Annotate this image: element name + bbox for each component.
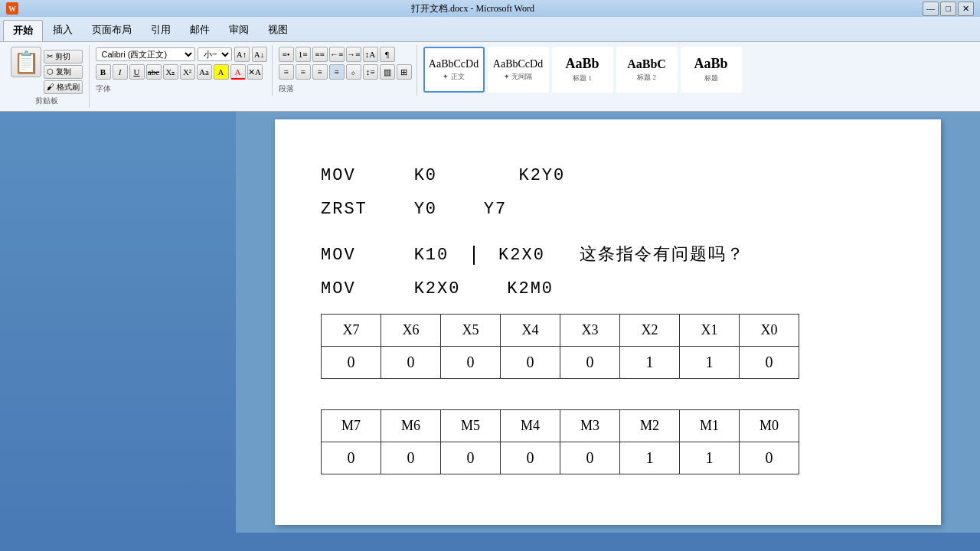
increase-indent-button[interactable]: →≡	[346, 47, 361, 62]
align-center-button[interactable]: ≡	[296, 64, 311, 80]
strikethrough-button[interactable]: abc	[146, 64, 162, 80]
x-val-2: 1	[620, 347, 680, 379]
style-heading2[interactable]: AaBbC 标题 2	[616, 47, 678, 93]
x-table-header-row: X7 X6 X5 X4 X3 X2 X1 X0	[322, 315, 799, 347]
x-header-4: X4	[501, 315, 560, 347]
m-header-5: M5	[441, 410, 501, 442]
tab-layout[interactable]: 页面布局	[83, 20, 141, 41]
bullets-button[interactable]: ≡•	[279, 47, 294, 62]
m-table: M7 M6 M5 M4 M3 M2 M1 M0 0 0 0 0 0 1 1	[321, 409, 799, 474]
show-marks-button[interactable]: ¶	[380, 47, 395, 62]
tab-insert[interactable]: 插入	[44, 20, 82, 41]
align-left-button[interactable]: ≡	[279, 64, 294, 80]
style-no-spacing[interactable]: AaBbCcDd ✦ 无间隔	[488, 47, 549, 93]
numbering-button[interactable]: 1≡	[296, 47, 311, 62]
borders-button[interactable]: ⊞	[397, 64, 412, 80]
style-heading1[interactable]: AaBb 标题 1	[552, 47, 613, 93]
justify-button[interactable]: ≡	[329, 64, 345, 80]
m-header-4: M4	[501, 410, 560, 442]
tab-references[interactable]: 引用	[142, 20, 180, 41]
clipboard-group: 📋 ✂ 剪切 ⬡ 复制 🖌 格式刷 剪贴板	[5, 45, 90, 108]
paste-button[interactable]: 📋	[11, 47, 41, 77]
align-right-button[interactable]: ≡	[312, 64, 328, 80]
x-val-4: 0	[501, 347, 560, 379]
line-spacing-button[interactable]: ↕≡	[363, 64, 378, 80]
sort-button[interactable]: ↕A	[363, 47, 378, 62]
maximize-button[interactable]: □	[940, 2, 956, 16]
shading-button[interactable]: ▥	[380, 64, 395, 80]
m-header-2: M2	[620, 410, 680, 442]
x-val-3: 0	[560, 347, 620, 379]
decrease-indent-button[interactable]: ←≡	[329, 47, 345, 62]
italic-button[interactable]: I	[113, 64, 128, 80]
m-val-6: 0	[381, 442, 441, 474]
multilevel-list-button[interactable]: ≡≡	[312, 47, 328, 62]
x-header-0: X0	[740, 315, 799, 347]
m-table-value-row: 0 0 0 0 0 1 1 0	[322, 442, 799, 474]
line-mov-k2x0: MOV K2X0 K2M0	[321, 272, 895, 306]
m-val-2: 1	[620, 442, 680, 474]
m-header-0: M0	[740, 410, 799, 442]
font-group: Calibri (西文正文) 小一 A↑ A↓ B I U abc X₂ X² …	[91, 45, 273, 96]
m-val-5: 0	[441, 442, 501, 474]
copy-button[interactable]: ⬡ 复制	[44, 65, 83, 79]
m-val-7: 0	[322, 442, 381, 474]
m-val-0: 0	[740, 442, 799, 474]
m-table-header-row: M7 M6 M5 M4 M3 M2 M1 M0	[322, 410, 799, 442]
tab-review[interactable]: 审阅	[220, 20, 258, 41]
x-val-1: 1	[680, 347, 740, 379]
x-header-3: X3	[560, 315, 620, 347]
style-normal[interactable]: AaBbCcDd ✦ 正文	[423, 47, 485, 93]
format-painter-button[interactable]: 🖌 格式刷	[44, 80, 83, 94]
title-controls[interactable]: — □ ✕	[923, 2, 974, 16]
grow-font-button[interactable]: A↑	[234, 47, 250, 62]
x-header-6: X6	[381, 315, 441, 347]
m-val-4: 0	[501, 442, 560, 474]
paragraph-group: ≡• 1≡ ≡≡ ←≡ →≡ ↕A ¶ ≡ ≡ ≡ ≡ ⬦ ↕≡ ▥ ⊞ 段落	[274, 45, 417, 96]
font-family-select[interactable]: Calibri (西文正文)	[96, 47, 195, 61]
tab-mailings[interactable]: 邮件	[181, 20, 219, 41]
line-mov-k0: MOV K0 K2Y0	[321, 159, 895, 193]
x-val-5: 0	[441, 347, 501, 379]
styles-group: AaBbCcDd ✦ 正文 AaBbCcDd ✦ 无间隔 AaBb 标题 1 A…	[419, 45, 746, 94]
style-title[interactable]: AaBb 标题	[681, 47, 742, 93]
tab-home[interactable]: 开始	[3, 20, 43, 41]
font-size-select[interactable]: 小一	[198, 47, 232, 61]
cut-button[interactable]: ✂ 剪切	[44, 50, 83, 64]
clear-formatting-button[interactable]: ✕A	[247, 64, 263, 80]
title-bar: W 打开文档.docx - Microsoft Word — □ ✕	[0, 0, 980, 17]
x-header-5: X5	[441, 315, 501, 347]
paragraph-label: 段落	[279, 83, 412, 94]
ribbon: 开始 插入 页面布局 引用 邮件 审阅 视图 📋 ✂ 剪切 ⬡ 复制 🖌 格式刷…	[0, 17, 980, 112]
m-header-1: M1	[680, 410, 740, 442]
m-header-7: M7	[322, 410, 381, 442]
m-header-6: M6	[381, 410, 441, 442]
m-val-3: 0	[560, 442, 620, 474]
x-header-1: X1	[680, 315, 740, 347]
document-page: MOV K0 K2Y0 ZRST Y0 Y7 MOV K10 K2X0 这条指令…	[275, 119, 941, 525]
shrink-font-button[interactable]: A↓	[252, 47, 267, 62]
font-label: 字体	[96, 83, 267, 94]
underline-button[interactable]: U	[129, 64, 145, 80]
superscript-button[interactable]: X²	[180, 64, 195, 80]
x-val-7: 0	[322, 347, 381, 379]
font-color-button[interactable]: A	[230, 64, 246, 80]
ribbon-tabs: 开始 插入 页面布局 引用 邮件 审阅 视图	[0, 17, 980, 41]
bold-button[interactable]: B	[96, 64, 111, 80]
text-highlight-button[interactable]: A	[214, 64, 229, 80]
columns-button[interactable]: ⬦	[346, 64, 361, 80]
x-header-7: X7	[322, 315, 381, 347]
line-mov-k10: MOV K10 K2X0 这条指令有问题吗？	[321, 239, 895, 272]
title-text: 打开文档.docx - Microsoft Word	[23, 2, 923, 15]
tab-view[interactable]: 视图	[259, 20, 297, 41]
x-header-2: X2	[620, 315, 680, 347]
minimize-button[interactable]: —	[923, 2, 939, 16]
m-header-3: M3	[560, 410, 620, 442]
document-container[interactable]: MOV K0 K2Y0 ZRST Y0 Y7 MOV K10 K2X0 这条指令…	[236, 112, 980, 533]
close-button[interactable]: ✕	[958, 2, 974, 16]
x-val-0: 0	[740, 347, 799, 379]
m-val-1: 1	[680, 442, 740, 474]
line-zrst: ZRST Y0 Y7	[321, 193, 895, 227]
subscript-button[interactable]: X₂	[163, 64, 178, 80]
change-case-button[interactable]: Aa	[197, 64, 212, 80]
